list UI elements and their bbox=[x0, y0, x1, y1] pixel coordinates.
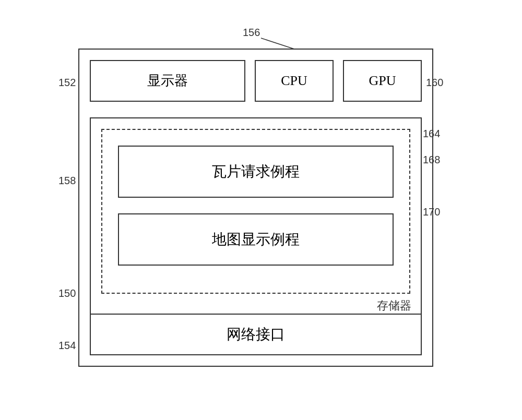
ref-168: 168 bbox=[423, 154, 440, 166]
dashed-box: 瓦片请求例程 地图显示例程 bbox=[101, 129, 410, 294]
top-row: 显示器 CPU GPU bbox=[90, 60, 422, 102]
ref-164: 164 bbox=[423, 128, 440, 140]
network-box: 网络接口 bbox=[90, 314, 422, 355]
map-routine-box: 地图显示例程 bbox=[118, 213, 394, 266]
map-routine-label: 地图显示例程 bbox=[212, 230, 300, 249]
ref-158: 158 bbox=[58, 175, 76, 187]
tile-routine-label: 瓦片请求例程 bbox=[212, 162, 300, 182]
ref-160: 160 bbox=[426, 77, 443, 89]
ref-170: 170 bbox=[423, 206, 440, 218]
memory-box: 瓦片请求例程 地图显示例程 存储器 bbox=[90, 117, 422, 321]
display-component: 显示器 bbox=[90, 60, 245, 102]
display-label: 显示器 bbox=[147, 71, 188, 90]
cpu-label: CPU bbox=[281, 73, 307, 89]
ref-154: 154 bbox=[58, 340, 76, 352]
cpu-component: CPU bbox=[255, 60, 334, 102]
gpu-label: GPU bbox=[369, 73, 396, 89]
gpu-component: GPU bbox=[343, 60, 422, 102]
ref-156: 156 bbox=[243, 27, 260, 39]
ref-152: 152 bbox=[58, 77, 76, 89]
tile-routine-box: 瓦片请求例程 bbox=[118, 146, 394, 198]
storage-label: 存储器 bbox=[377, 298, 411, 314]
diagram-container: 显示器 CPU GPU 瓦片请求例程 地图显示例程 bbox=[57, 22, 465, 398]
outer-box: 显示器 CPU GPU 瓦片请求例程 地图显示例程 bbox=[78, 49, 433, 367]
network-label: 网络接口 bbox=[227, 325, 285, 344]
ref-150: 150 bbox=[58, 287, 76, 299]
